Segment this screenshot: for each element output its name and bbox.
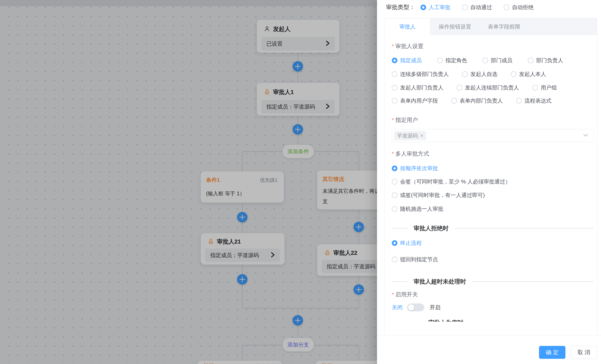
radio-countersign[interactable]: 会签（可同时审批，至少 % 人必须审批通过） [392, 178, 511, 185]
radio-dot [392, 71, 397, 77]
radio-process-expression[interactable]: 流程表达式 [516, 97, 551, 104]
switch-off-label: 关闭 [392, 304, 403, 311]
radio-form-dept-leader[interactable]: 表单内部门负责人 [451, 97, 503, 104]
radio-dot [392, 192, 397, 198]
radio-dot [511, 71, 516, 77]
multi-mode-option-row: 或签(可同时审批，有一人通过即可) [392, 192, 485, 199]
approver-setting-row1: 指定成员 指定角色 部门成员 部门负责人 [392, 57, 563, 64]
radio-return-to-node[interactable]: 驳回到指定节点 [392, 256, 438, 263]
assign-user-select[interactable]: 芋道源码 × [392, 129, 594, 142]
multi-mode-option-row: 随机挑选一人审批 [392, 205, 443, 212]
tab-form-field-permission[interactable]: 表单字段权限 [480, 19, 529, 35]
radio-manual-approve[interactable]: 人工审批 [421, 4, 451, 11]
switch-on-label: 开启 [430, 304, 441, 311]
radio-dot [437, 58, 443, 63]
radio-label: 终止流程 [400, 239, 422, 247]
radio-multi-level-dept-leader[interactable]: 连续多级部门负责人 [392, 71, 449, 78]
radio-label: 会签（可同时审批，至少 % 人必须审批通过） [400, 178, 511, 185]
confirm-button[interactable]: 确 定 [539, 346, 565, 359]
enable-switch-label-row: 启用开关 [392, 291, 418, 298]
timeout-section-divider: 审批人超时未处理时 [392, 278, 594, 286]
tab-label: 操作按钮设置 [439, 23, 471, 30]
radio-label: 表单内部门负责人 [460, 97, 503, 104]
modal-mask[interactable] [0, 0, 377, 364]
radio-dot [482, 58, 488, 63]
radio-dot [532, 85, 538, 91]
radio-user-group[interactable]: 用户组 [532, 84, 557, 91]
radio-dot [528, 58, 533, 63]
radio-label: 指定成员 [400, 57, 422, 64]
enable-switch-row: 关闭 开启 [392, 302, 441, 313]
radio-initiator-dept-leader[interactable]: 发起人部门负责人 [392, 84, 443, 91]
radio-sequential-approve[interactable]: 按顺序依次审批 [392, 165, 438, 172]
radio-random-one[interactable]: 随机挑选一人审批 [392, 205, 443, 212]
assign-user-label-row: 指定用户 [392, 116, 418, 124]
radio-dot [457, 85, 462, 91]
divider-line [392, 282, 407, 282]
approver-setting-row2: 连续多级部门负责人 发起人自选 发起人本人 [392, 71, 546, 78]
multi-mode-option-row: 会签（可同时审批，至少 % 人必须审批通过） [392, 178, 511, 185]
radio-label: 随机挑选一人审批 [400, 205, 443, 212]
radio-initiator-multi-dept-leader[interactable]: 发起人连续部门负责人 [457, 84, 519, 91]
radio-dot [392, 179, 397, 184]
approver-setting-row3: 发起人部门负责人 发起人连续部门负责人 用户组 [392, 84, 557, 91]
approval-type-row: 审批类型： 人工审批 自动通过 自动拒绝 [386, 3, 545, 11]
chevron-down-icon [583, 133, 588, 138]
radio-form-user-field[interactable]: 表单内用户字段 [392, 97, 438, 104]
user-tag: 芋道源码 × [394, 131, 426, 140]
cancel-button[interactable]: 取 消 [571, 346, 597, 359]
radio-label: 指定角色 [445, 57, 467, 64]
radio-dot [504, 5, 509, 10]
reject-section-title: 审批人拒绝时 [414, 224, 449, 232]
divider-line [472, 282, 594, 282]
radio-terminate-process[interactable]: 终止流程 [392, 239, 422, 247]
tag-remove-icon[interactable]: × [420, 133, 423, 138]
tab-panel-frame [384, 18, 597, 335]
flow-canvas[interactable]: 发起人 已设置 审批人1 指定成员 [0, 0, 377, 364]
radio-assigned-member[interactable]: 指定成员 [392, 57, 422, 64]
radio-label: 人工审批 [429, 4, 451, 11]
radio-initiator-choose[interactable]: 发起人自选 [462, 71, 497, 78]
radio-dot [392, 85, 397, 91]
settings-tabbar: 审批人 操作按钮设置 表单字段权限 [384, 18, 597, 35]
radio-dot [462, 71, 468, 77]
radio-auto-approve[interactable]: 自动通过 [462, 4, 492, 11]
approval-type-label: 审批类型： [386, 3, 415, 11]
radio-label: 流程表达式 [524, 97, 551, 104]
tab-approver[interactable]: 审批人 [385, 19, 431, 35]
radio-dot [516, 98, 522, 104]
footer-divider [377, 335, 601, 335]
reject-section-divider: 审批人拒绝时 [392, 224, 594, 232]
radio-dot [392, 257, 397, 262]
multi-mode-label: 多人审批方式 [392, 150, 429, 157]
reject-option-row: 驳回到指定节点 [392, 256, 438, 263]
enable-toggle[interactable] [407, 303, 424, 311]
radio-label: 连续多级部门负责人 [400, 71, 449, 78]
radio-label: 用户组 [541, 84, 557, 91]
multi-mode-option-row: 按顺序依次审批 [392, 165, 438, 172]
divider-line [392, 228, 407, 229]
radio-orsign[interactable]: 或签(可同时审批，有一人通过即可) [392, 192, 485, 199]
radio-label: 或签(可同时审批，有一人通过即可) [400, 192, 485, 199]
reject-option-row: 终止流程 [392, 239, 422, 247]
radio-initiator-self[interactable]: 发起人本人 [511, 71, 546, 78]
radio-label: 发起人自选 [471, 71, 497, 78]
radio-dot [392, 166, 397, 171]
assign-user-label: 指定用户 [392, 116, 418, 124]
radio-auto-reject[interactable]: 自动拒绝 [504, 4, 534, 11]
radio-label: 部门成员 [491, 57, 512, 64]
radio-dot [392, 58, 397, 63]
partial-section: 审批人为空时 [428, 319, 463, 322]
radio-dept-leader[interactable]: 部门负责人 [528, 57, 563, 64]
radio-assigned-role[interactable]: 指定角色 [437, 57, 467, 64]
tab-button-settings[interactable]: 操作按钮设置 [431, 19, 480, 35]
radio-dept-member[interactable]: 部门成员 [482, 57, 512, 64]
radio-label: 自动通过 [471, 4, 492, 11]
tab-label: 审批人 [400, 23, 416, 30]
tab-label: 表单字段权限 [488, 23, 520, 30]
radio-dot [392, 98, 397, 104]
multi-mode-label-row: 多人审批方式 [392, 150, 429, 157]
partial-section-title: 审批人为空时 [428, 319, 463, 322]
radio-dot [451, 98, 457, 104]
radio-label: 驳回到指定节点 [400, 256, 438, 263]
